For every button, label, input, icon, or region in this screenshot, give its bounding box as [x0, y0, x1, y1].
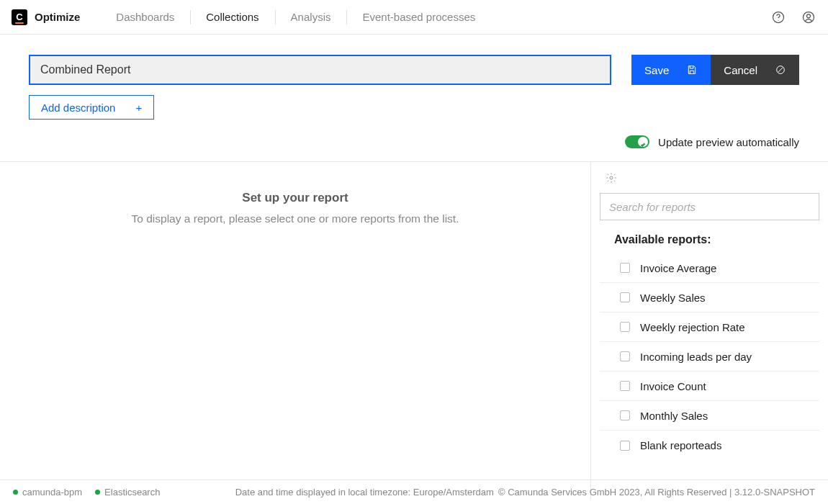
gear-icon[interactable]: [606, 172, 819, 186]
preview-toggle-row: Update preview automatically: [0, 120, 828, 161]
status-elasticsearch: Elasticsearch: [95, 487, 160, 498]
report-item-label: Invoice Count: [640, 380, 706, 392]
nav-analysis[interactable]: Analysis: [275, 9, 347, 26]
footer: camunda-bpm Elasticsearch Date and time …: [0, 480, 828, 504]
checkbox-icon[interactable]: [620, 410, 630, 420]
checkbox-icon[interactable]: [620, 322, 630, 332]
add-description-button[interactable]: Add description +: [29, 95, 154, 120]
report-item-label: Weekly rejection Rate: [640, 321, 745, 333]
brand-name: Optimize: [35, 11, 80, 23]
user-icon[interactable]: [801, 9, 816, 25]
svg-point-5: [610, 176, 613, 179]
status-dot-icon: [13, 490, 18, 495]
auto-preview-label: Update preview automatically: [658, 136, 799, 148]
checkbox-icon[interactable]: [620, 292, 630, 302]
checkbox-icon[interactable]: [620, 381, 630, 391]
plus-icon: +: [135, 102, 142, 114]
check-icon: [640, 138, 646, 144]
report-item-label: Incoming leads per day: [640, 351, 752, 363]
status-label: camunda-bpm: [22, 487, 82, 498]
main-nav: Dashboards Collections Analysis Event-ba…: [100, 9, 491, 26]
main-content: Set up your report To display a report, …: [0, 161, 828, 500]
footer-copyright: © Camunda Services GmbH 2023, All Rights…: [498, 487, 815, 498]
add-description-label: Add description: [41, 102, 115, 114]
svg-point-1: [778, 19, 779, 20]
report-item[interactable]: Incoming leads per day: [600, 342, 819, 372]
nav-collections[interactable]: Collections: [190, 9, 274, 26]
report-item-label: Invoice Average: [640, 262, 716, 274]
header: C Optimize Dashboards Collections Analys…: [0, 0, 828, 35]
report-sidebar: Available reports: Invoice Average Weekl…: [590, 162, 828, 500]
setup-subtitle: To display a report, please select one o…: [29, 212, 562, 225]
nav-event-based-processes[interactable]: Event-based processes: [346, 9, 491, 26]
save-button[interactable]: Save: [631, 55, 711, 85]
footer-timezone: Date and time displayed in local timezon…: [230, 487, 498, 498]
svg-point-2: [804, 12, 814, 22]
report-item[interactable]: Monthly Sales: [600, 401, 819, 431]
checkbox-icon[interactable]: [620, 351, 630, 361]
svg-point-3: [807, 14, 811, 17]
report-preview-area: Set up your report To display a report, …: [0, 162, 590, 500]
report-item[interactable]: Weekly Sales: [600, 283, 819, 312]
help-icon[interactable]: [770, 9, 786, 25]
cancel-button[interactable]: Cancel: [711, 55, 799, 85]
title-actions: Save Cancel: [631, 55, 799, 85]
report-item-label: Blank reporteads: [640, 439, 721, 451]
checkbox-icon[interactable]: [620, 441, 630, 451]
nav-dashboards[interactable]: Dashboards: [100, 9, 190, 26]
save-label: Save: [644, 64, 669, 76]
available-reports-heading: Available reports:: [614, 233, 819, 246]
title-bar: Add description + Save Cancel: [0, 35, 828, 120]
report-item-label: Weekly Sales: [640, 292, 706, 304]
search-reports-input[interactable]: [600, 193, 819, 220]
report-item[interactable]: Blank reporteads: [600, 431, 819, 460]
setup-heading: Set up your report: [29, 191, 562, 205]
report-item[interactable]: Invoice Count: [600, 372, 819, 401]
save-icon: [686, 64, 698, 76]
auto-preview-toggle[interactable]: [625, 135, 649, 148]
report-name-input[interactable]: [29, 55, 611, 85]
status-label: Elasticsearch: [104, 487, 160, 498]
brand-logo-icon: C: [12, 9, 27, 25]
report-item[interactable]: Invoice Average: [600, 253, 819, 283]
report-item-label: Monthly Sales: [640, 410, 708, 422]
status-camunda-bpm: camunda-bpm: [13, 487, 82, 498]
cancel-label: Cancel: [724, 64, 757, 76]
checkbox-icon[interactable]: [620, 263, 630, 273]
status-dot-icon: [95, 490, 100, 495]
available-reports-list: Invoice Average Weekly Sales Weekly reje…: [600, 253, 819, 460]
report-item[interactable]: Weekly rejection Rate: [600, 312, 819, 342]
cancel-icon: [775, 64, 786, 76]
